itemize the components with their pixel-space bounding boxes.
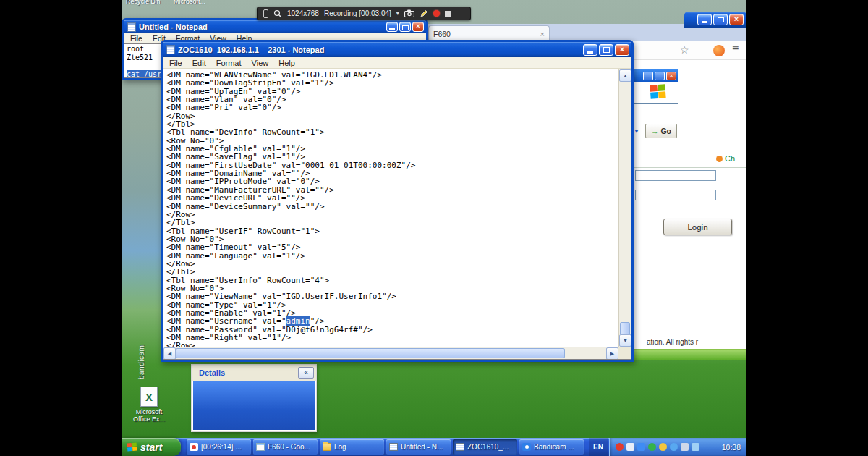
close-button[interactable]: × (729, 14, 744, 25)
notepad-text-area[interactable]: <DM name="WLANViewName" val="IGD.LD1.WLA… (163, 69, 631, 360)
go-button[interactable]: →Go (645, 124, 677, 138)
language-indicator[interactable]: EN (589, 438, 608, 456)
tray-network-icon[interactable] (637, 443, 645, 451)
menu-format[interactable]: Format (211, 59, 247, 67)
minimize-button[interactable] (583, 44, 597, 56)
background-window-titlebar[interactable]: × (684, 12, 746, 28)
tray-messenger-icon[interactable] (670, 443, 678, 451)
close-button[interactable]: × (412, 22, 424, 32)
device-icon[interactable] (263, 9, 268, 18)
windows-logo-icon (650, 84, 665, 98)
bandicam-icon (522, 443, 531, 451)
menu-file[interactable]: File (125, 34, 148, 43)
details-header: Details « (192, 365, 316, 381)
text-line: </Row> (166, 112, 618, 120)
record-button[interactable] (433, 10, 440, 17)
dialog-titlebar[interactable]: × (631, 69, 678, 82)
start-button[interactable]: start (122, 438, 181, 456)
desktop-screen: Recycle Bin Microsoft... bandicam X Micr… (122, 0, 746, 456)
window-titlebar[interactable]: Untitled - Notepad × (124, 20, 426, 33)
clock[interactable]: 10:38 (722, 443, 741, 452)
taskbar-button[interactable]: Log (320, 439, 384, 455)
notepad-icon (389, 443, 398, 451)
taskbar-button-label: Bandicam ... (534, 443, 574, 451)
scroll-left-arrow[interactable]: ◀ (163, 347, 176, 360)
maximize-button[interactable] (713, 14, 728, 25)
login-button[interactable]: Login (663, 219, 732, 235)
text-line: </Row> (166, 260, 618, 268)
scrollbar-thumb[interactable] (620, 322, 630, 335)
scroll-right-arrow[interactable]: ▶ (606, 347, 618, 360)
tray-update-icon[interactable] (659, 443, 667, 451)
camera-icon[interactable] (404, 9, 414, 17)
taskbar-button[interactable]: Untitled - N... (386, 439, 451, 455)
stop-button[interactable] (445, 11, 451, 17)
rec-timer-icon (190, 443, 198, 451)
text-line: <DM name="Username" val="admin"/> (166, 317, 618, 325)
text-line: <DM name="Language" val="1"/> (166, 252, 618, 260)
bookmark-star-icon[interactable]: ☆ (680, 44, 689, 56)
tray-usb-icon[interactable] (681, 443, 689, 451)
browser-tab-f660[interactable]: F660 × (428, 25, 550, 41)
language-link[interactable]: Ch (716, 154, 735, 163)
maximize-button[interactable] (599, 44, 613, 56)
tray-antivirus-icon[interactable] (648, 443, 656, 451)
maximize-button[interactable] (399, 22, 411, 32)
scroll-down-arrow[interactable]: ▼ (619, 334, 631, 347)
scroll-up-arrow[interactable]: ▲ (619, 69, 631, 82)
login-password-field[interactable] (635, 190, 716, 200)
details-label: Details (199, 368, 298, 377)
text-line: <DM name="Timeout" val="5"/> (166, 243, 618, 251)
close-button[interactable]: × (666, 72, 676, 80)
minimize-button[interactable] (697, 14, 712, 25)
tray-battery-icon[interactable] (692, 443, 699, 451)
text-line: <Tbl name="UserIF" RowCount="1"> (166, 227, 618, 235)
webpage-icon (256, 443, 265, 451)
dialog-body (631, 82, 678, 103)
text-line: <DM name="Pri" val="0"/> (166, 104, 618, 111)
browser-logo-icon[interactable] (713, 45, 725, 56)
magnifier-icon[interactable] (273, 9, 282, 18)
recording-status: Recording [00:03:04] (324, 9, 391, 17)
minimize-button[interactable] (386, 22, 398, 32)
tab-close-icon[interactable]: × (540, 30, 545, 38)
windows-flag-icon (127, 443, 137, 452)
menu-help[interactable]: Help (273, 59, 300, 67)
menu-edit[interactable]: Edit (187, 59, 211, 67)
minimize-button[interactable] (643, 72, 653, 80)
dropdown-arrow-icon[interactable]: ▾ (396, 10, 399, 17)
tray-recording-icon[interactable] (616, 443, 624, 451)
window-titlebar[interactable]: ZOC1610_192.168.1.1__2301 - Notepad × (163, 42, 631, 57)
taskbar-button[interactable]: F660 - Goo... (253, 439, 318, 455)
taskbar-buttons: [00:26:14] ...F660 - Goo...LogUntitled -… (187, 439, 584, 455)
pencil-icon[interactable] (420, 9, 428, 18)
details-body (193, 381, 315, 430)
menu-view[interactable]: View (247, 59, 274, 67)
menu-file[interactable]: File (164, 59, 187, 67)
taskbar-button[interactable]: [00:26:14] ... (187, 439, 251, 455)
text-line: <Tbl name="DevInfo" RowCount="1"> (166, 128, 618, 136)
close-button[interactable]: × (615, 44, 629, 56)
copyright-text: ation. All rights r (647, 338, 698, 346)
taskbar-button[interactable]: Bandicam ... (519, 439, 584, 455)
desktop-icon-label-recycle-bin[interactable]: Recycle Bin (126, 0, 161, 5)
login-username-field[interactable] (635, 170, 716, 181)
language-link-label: Ch (725, 154, 735, 163)
text-line: <DM name="DownTagStripEn" val="1"/> (166, 79, 618, 87)
desktop-icon-excel[interactable]: X Microsoft Office Ex... (126, 387, 172, 423)
scrollbar-thumb[interactable] (176, 348, 565, 358)
divider (631, 167, 746, 168)
vertical-scrollbar[interactable]: ▲ ▼ (618, 69, 631, 347)
details-toggle-button[interactable]: « (298, 367, 314, 379)
taskbar: start [00:26:14] ...F660 - Goo...LogUnti… (122, 438, 746, 456)
browser-menu-icon[interactable]: ≡ (732, 43, 739, 56)
background-dialog-window: × (631, 69, 678, 104)
tray-volume-icon[interactable] (626, 443, 634, 451)
excel-icon: X (140, 387, 158, 407)
taskbar-button-label: F660 - Goo... (268, 443, 310, 451)
maximize-button[interactable] (655, 72, 665, 80)
taskbar-button[interactable]: ZOC1610_... (453, 439, 517, 455)
desktop-icon-label-microsoft[interactable]: Microsoft... (174, 0, 205, 5)
selected-command-text: cat /usr (127, 70, 161, 78)
horizontal-scrollbar[interactable]: ◀ ▶ (163, 347, 618, 359)
